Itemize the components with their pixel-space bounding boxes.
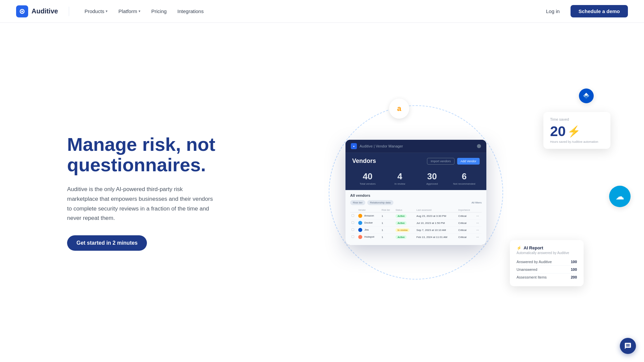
- row-action[interactable]: ⋯: [475, 220, 482, 227]
- table-row: Amazon 1 Active Aug 23, 2023 at 3:30 PM …: [350, 213, 482, 220]
- stat-total: 40 Total vendors: [352, 171, 383, 185]
- nav-pricing[interactable]: Pricing: [147, 6, 171, 17]
- filter-risk-tier[interactable]: Risk tier: [350, 200, 365, 205]
- row-checkbox[interactable]: [352, 214, 354, 217]
- import-vendors-button[interactable]: Import vendors: [427, 158, 454, 165]
- jira-icon: [358, 228, 362, 232]
- stat-not-rec-num: 6: [449, 171, 480, 182]
- col-assessed: Last assessed: [415, 208, 457, 213]
- platform-chevron-icon: ▾: [139, 9, 141, 13]
- add-vendor-button[interactable]: Add Vendor: [457, 158, 480, 165]
- nav-platform[interactable]: Platform ▾: [114, 6, 145, 17]
- col-risk: Risk tier: [380, 208, 394, 213]
- schedule-demo-button[interactable]: Schedule a demo: [571, 5, 628, 17]
- col-importance: Importance: [457, 208, 475, 213]
- row-action[interactable]: ⋯: [475, 213, 482, 220]
- table-row: Jira 1 In review Sep 7, 2023 at 10:10 AM…: [350, 227, 482, 234]
- table-row: Docker 1 Active Jul 10, 2023 at 1:50 PM …: [350, 220, 482, 227]
- nav-right: Log in Schedule a demo: [541, 5, 628, 17]
- db-header: ● Auditive | Vendor Manager: [345, 140, 486, 153]
- ai-row-answered: Answered by Auditive 100: [517, 258, 577, 266]
- vendor-name: Amazon: [357, 213, 380, 220]
- time-saved-label: Time saved: [550, 117, 604, 121]
- docker-icon: [358, 221, 362, 225]
- db-header-left: ● Auditive | Vendor Manager: [351, 143, 403, 149]
- navbar: Auditive Products ▾ Platform ▾ Pricing I…: [0, 0, 644, 23]
- status-badge: In review: [395, 228, 410, 232]
- row-action[interactable]: ⋯: [475, 227, 482, 234]
- amazon-logo-float: a: [389, 99, 409, 119]
- nav-integrations[interactable]: Integrations: [173, 6, 208, 17]
- stat-review: 4 In review: [384, 171, 415, 185]
- stat-total-label: Total vendors: [352, 182, 383, 185]
- stat-approved: 30 Approved: [417, 171, 447, 185]
- stat-review-label: In review: [384, 182, 415, 185]
- db-table-section: All vendors Risk tier Relationship data …: [345, 190, 486, 245]
- vendor-name: Docker: [357, 220, 380, 227]
- db-logo: ●: [351, 143, 357, 149]
- stat-not-rec-label: Not recommended: [449, 182, 480, 185]
- db-close-button: [477, 144, 481, 148]
- row-action[interactable]: ⋯: [475, 234, 482, 241]
- col-actions: [475, 208, 482, 213]
- nav-links: Products ▾ Platform ▾ Pricing Integratio…: [80, 6, 208, 17]
- db-app-title: Auditive | Vendor Manager: [360, 144, 403, 148]
- vendors-table: Vendor Risk tier Status Last assessed Im…: [350, 208, 482, 240]
- status-badge: Active: [395, 214, 407, 218]
- chat-bubble-button[interactable]: [620, 338, 636, 354]
- logo-text: Auditive: [32, 7, 58, 15]
- lightning-icon: ⚡: [567, 125, 581, 138]
- nav-products[interactable]: Products ▾: [80, 6, 112, 17]
- dashboard-card: ● Auditive | Vendor Manager Vendors Impo…: [345, 140, 486, 245]
- all-filters-button[interactable]: All filters: [472, 201, 482, 204]
- hero-right: a ☁ ● Auditive | Vendor Manager Vendo: [228, 92, 604, 293]
- ai-report-title: ⚡ AI Report: [517, 245, 577, 250]
- stat-approved-num: 30: [417, 171, 447, 182]
- get-started-button[interactable]: Get started in 2 minutes: [67, 235, 147, 251]
- col-vendor: Vendor: [357, 208, 380, 213]
- time-saved-card: Time saved 20 ⚡ Hours saved by Auditive …: [543, 112, 610, 149]
- nav-divider: [69, 7, 69, 16]
- vendor-name: Jira: [357, 227, 380, 234]
- row-checkbox[interactable]: [352, 228, 354, 231]
- ai-lightning-icon: ⚡: [517, 246, 522, 250]
- login-button[interactable]: Log in: [541, 6, 565, 17]
- stat-approved-label: Approved: [417, 182, 447, 185]
- nav-left: Auditive Products ▾ Platform ▾ Pricing I…: [16, 5, 208, 17]
- ai-row-unanswered: Unanswered 100: [517, 266, 577, 274]
- filter-relationship[interactable]: Relationship data: [367, 200, 393, 205]
- stat-review-num: 4: [384, 171, 415, 182]
- db-vendors-header: Vendors Import vendors Add Vendor: [345, 153, 486, 168]
- svg-point-1: [21, 10, 23, 12]
- vendor-name: Hubspot: [357, 234, 380, 241]
- logo-link[interactable]: Auditive: [16, 5, 58, 17]
- hero-description: Auditive is the only AI-powered third-pa…: [67, 185, 215, 224]
- col-status: Status: [394, 208, 415, 213]
- db-vendors-title: Vendors: [352, 158, 376, 165]
- stat-total-num: 40: [352, 171, 383, 182]
- ai-row-assessment: Assessment Items 200: [517, 274, 577, 281]
- ai-report-card: ⚡ AI Report Automatically answered by Au…: [510, 240, 584, 286]
- col-checkbox: [350, 208, 357, 213]
- amazon-icon: [358, 214, 362, 218]
- jira-logo-float: [579, 88, 594, 103]
- logo-icon: [16, 5, 28, 17]
- time-saved-subtitle: Hours saved by Auditive automation: [550, 140, 604, 143]
- db-filters: Risk tier Relationship data All filters: [350, 200, 482, 205]
- status-badge: Active: [395, 235, 407, 239]
- salesforce-logo-float: ☁: [609, 186, 631, 207]
- db-actions: Import vendors Add Vendor: [427, 158, 480, 165]
- hero-section: Manage risk, not questionnaires. Auditiv…: [0, 23, 644, 362]
- hero-left: Manage risk, not questionnaires. Auditiv…: [67, 134, 228, 251]
- products-chevron-icon: ▾: [106, 9, 108, 13]
- db-table-header-label: All vendors: [350, 193, 482, 197]
- row-checkbox[interactable]: [352, 235, 354, 238]
- status-badge: Active: [395, 221, 407, 225]
- hubspot-icon: [358, 235, 362, 239]
- table-row: Hubspot 1 Active Feb 13, 2024 at 11:01 A…: [350, 234, 482, 241]
- time-saved-number: 20 ⚡: [550, 123, 604, 139]
- db-stats-row: 40 Total vendors 4 In review 30 Approved…: [345, 168, 486, 190]
- hero-title: Manage risk, not questionnaires.: [67, 134, 228, 175]
- ai-report-subtitle: Automatically answered by Auditive: [517, 251, 577, 255]
- row-checkbox[interactable]: [352, 221, 354, 224]
